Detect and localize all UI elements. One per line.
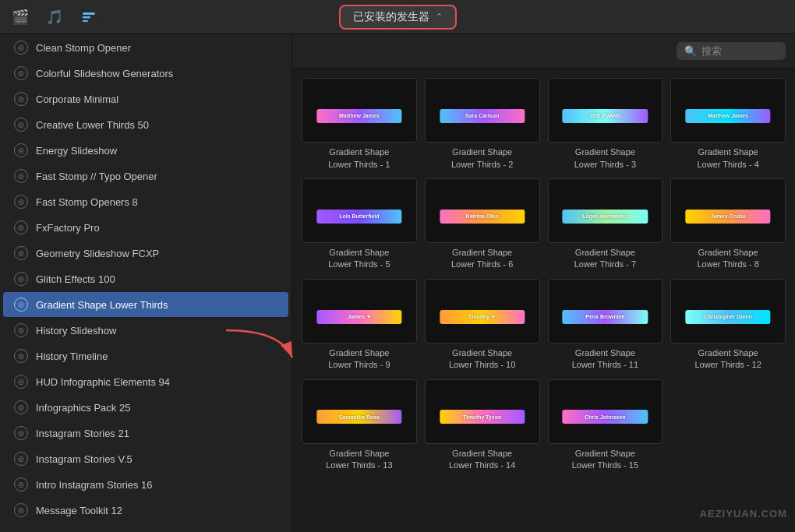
lt-bar-8: James Cruize (685, 210, 770, 224)
grid-label-6: Gradient ShapeLower Thirds - 6 (425, 247, 540, 271)
grid-item-1[interactable]: Matthew James Gradient ShapeLower Thirds… (302, 78, 417, 171)
lt-bar-7: Logan Hernandez (563, 210, 648, 224)
sidebar-icon: ◎ (14, 503, 28, 517)
grid-label-15: Gradient ShapeLower Thirds - 15 (548, 448, 663, 472)
sidebar-item-label: HUD Infographic Elements 94 (36, 376, 170, 388)
sidebar-icon: ◎ (14, 400, 28, 414)
sidebar-item-14[interactable]: ◎ HUD Infographic Elements 94 (3, 369, 288, 394)
svg-rect-2 (83, 20, 88, 22)
lt-bar-11: Pena Brownlee (563, 310, 648, 324)
generator-dropdown-button[interactable]: 已安装的发生器 ⌃ (339, 5, 457, 30)
sidebar-icon: ◎ (14, 92, 28, 106)
sidebar-item-9[interactable]: ◎ Geometry Slideshow FCXP (3, 241, 288, 266)
top-bar-icons: 🎬 🎵 (9, 6, 100, 28)
sidebar-item-5[interactable]: ◎ Energy Slideshow (3, 138, 288, 163)
grid-item-13[interactable]: Samantha Rose Gradient ShapeLower Thirds… (302, 379, 417, 472)
film-icon[interactable]: 🎬 (9, 6, 31, 28)
lt-bar-14: Timothy Tyson (440, 410, 525, 424)
sidebar-item-11[interactable]: ◎ Gradient Shape Lower Thirds (3, 292, 288, 317)
grid-area: Matthew James Gradient ShapeLower Thirds… (292, 69, 795, 532)
right-panel: 🔍 Matthew James Gradient ShapeLower Thir… (292, 34, 795, 532)
lt-bar-12: Christopher Glenn (685, 310, 770, 324)
sidebar-item-17[interactable]: ◎ Instagram Stories V.5 (3, 446, 288, 471)
sidebar-item-6[interactable]: ◎ Fast Stomp // Typo Opener (3, 164, 288, 188)
sidebar-item-1[interactable]: ◎ Clean Stomp Opener (3, 35, 288, 60)
grid-label-10: Gradient ShapeLower Thirds - 10 (425, 347, 540, 372)
grid-item-10[interactable]: Timothy ✦ Gradient ShapeLower Thirds - 1… (425, 279, 540, 372)
lt-bar-2: Sara Carlson (440, 109, 525, 123)
grid-item-3[interactable]: JOE EVANS Gradient ShapeLower Thirds - 3 (548, 78, 663, 171)
thumbnail-12: Christopher Glenn (670, 279, 786, 344)
sidebar-item-label: Gradient Shape Lower Thirds (36, 299, 168, 311)
sidebar-item-19[interactable]: ◎ Message Toolkit 12 (3, 498, 288, 523)
main-content: ◎ Clean Stomp Opener ◎ Colorful Slidesho… (0, 34, 795, 532)
chevron-down-icon: ⌃ (436, 12, 443, 22)
thumbnail-15: Chris Johnseen (548, 379, 663, 444)
sidebar-item-16[interactable]: ◎ Instagram Stories 21 (3, 421, 288, 446)
sidebar-icon: ◎ (14, 169, 28, 183)
grid-item-6[interactable]: Katrina Olen Gradient ShapeLower Thirds … (425, 178, 540, 271)
sidebar-icon: ◎ (14, 220, 28, 234)
thumbnail-11: Pena Brownlee (548, 279, 663, 344)
thumbnail-8: James Cruize (670, 178, 786, 243)
grid-item-11[interactable]: Pena Brownlee Gradient ShapeLower Thirds… (548, 279, 663, 372)
music-icon[interactable]: 🎵 (44, 6, 65, 28)
grid-item-7[interactable]: Logan Hernandez Gradient ShapeLower Thir… (548, 178, 663, 271)
grid-label-5: Gradient ShapeLower Thirds - 5 (302, 247, 417, 271)
grid-item-15[interactable]: Chris Johnseen Gradient ShapeLower Third… (548, 379, 663, 472)
sidebar-icon: ◎ (14, 477, 28, 491)
thumbnail-4: Matthew James (670, 78, 786, 143)
grid-item-5[interactable]: Lois Butterfield Gradient ShapeLower Thi… (302, 178, 417, 271)
grid-item-14[interactable]: Timothy Tyson Gradient ShapeLower Thirds… (425, 379, 540, 472)
title-icon[interactable] (78, 6, 100, 28)
sidebar-item-label: Creative Lower Thirds 50 (36, 119, 149, 131)
sidebar-item-10[interactable]: ◎ Glitch Effects 100 (3, 266, 288, 291)
sidebar-item-label: History Timeline (36, 351, 108, 362)
sidebar-icon: ◎ (14, 349, 28, 363)
sidebar-item-13[interactable]: ◎ History Timeline (3, 344, 288, 368)
sidebar-icon: ◎ (14, 298, 28, 312)
sidebar-item-label: Geometry Slideshow FCXP (36, 248, 159, 259)
thumbnail-9: James ✦ (302, 279, 417, 344)
grid-label-13: Gradient ShapeLower Thirds - 13 (302, 448, 417, 472)
sidebar-icon: ◎ (14, 246, 28, 260)
lt-bar-4: Matthew James (685, 109, 770, 123)
thumbnail-14: Timothy Tyson (425, 379, 540, 444)
sidebar-item-2[interactable]: ◎ Colorful Slideshow Generators (3, 61, 288, 86)
sidebar-item-label: Energy Slideshow (36, 145, 117, 157)
sidebar: ◎ Clean Stomp Opener ◎ Colorful Slidesho… (0, 34, 292, 532)
sidebar-icon: ◎ (14, 41, 28, 55)
sidebar-item-3[interactable]: ◎ Corporate Minimal (3, 86, 288, 111)
lt-bar-10: Timothy ✦ (440, 310, 525, 324)
sidebar-item-4[interactable]: ◎ Creative Lower Thirds 50 (3, 112, 288, 137)
sidebar-item-7[interactable]: ◎ Fast Stomp Openers 8 (3, 189, 288, 214)
search-input[interactable] (701, 45, 778, 57)
search-icon: 🔍 (684, 45, 697, 57)
grid-item-2[interactable]: Sara Carlson Gradient ShapeLower Thirds … (425, 78, 540, 171)
search-box[interactable]: 🔍 (677, 42, 786, 60)
grid-item-8[interactable]: James Cruize Gradient ShapeLower Thirds … (670, 178, 786, 271)
thumbnail-13: Samantha Rose (302, 379, 417, 444)
sidebar-item-label: Fast Stomp Openers 8 (36, 196, 138, 208)
search-bar: 🔍 (292, 34, 795, 69)
thumbnails-grid: Matthew James Gradient ShapeLower Thirds… (302, 78, 786, 472)
sidebar-icon: ◎ (14, 118, 28, 132)
lt-bar-5: Lois Butterfield (316, 210, 401, 224)
thumbnail-6: Katrina Olen (425, 178, 540, 243)
sidebar-item-18[interactable]: ◎ Intro Instagram Stories 16 (3, 472, 288, 497)
grid-item-9[interactable]: James ✦ Gradient ShapeLower Thirds - 9 (302, 279, 417, 372)
sidebar-item-label: Message Toolkit 12 (36, 505, 122, 516)
sidebar-item-label: History Slideshow (36, 325, 116, 336)
sidebar-item-label: Instagram Stories 21 (36, 428, 129, 439)
generator-btn-label: 已安装的发生器 (353, 10, 429, 24)
thumbnail-5: Lois Butterfield (302, 178, 417, 243)
sidebar-item-15[interactable]: ◎ Infographics Pack 25 (3, 395, 288, 420)
grid-item-12[interactable]: Christopher Glenn Gradient ShapeLower Th… (670, 279, 786, 372)
sidebar-item-label: Glitch Effects 100 (36, 273, 115, 285)
sidebar-item-12[interactable]: ◎ History Slideshow (3, 318, 288, 343)
thumbnail-10: Timothy ✦ (425, 279, 540, 344)
sidebar-item-8[interactable]: ◎ FxFactory Pro (3, 215, 288, 240)
lt-bar-9: James ✦ (316, 310, 401, 324)
grid-item-4[interactable]: Matthew James Gradient ShapeLower Thirds… (670, 78, 786, 171)
grid-label-7: Gradient ShapeLower Thirds - 7 (548, 247, 663, 271)
